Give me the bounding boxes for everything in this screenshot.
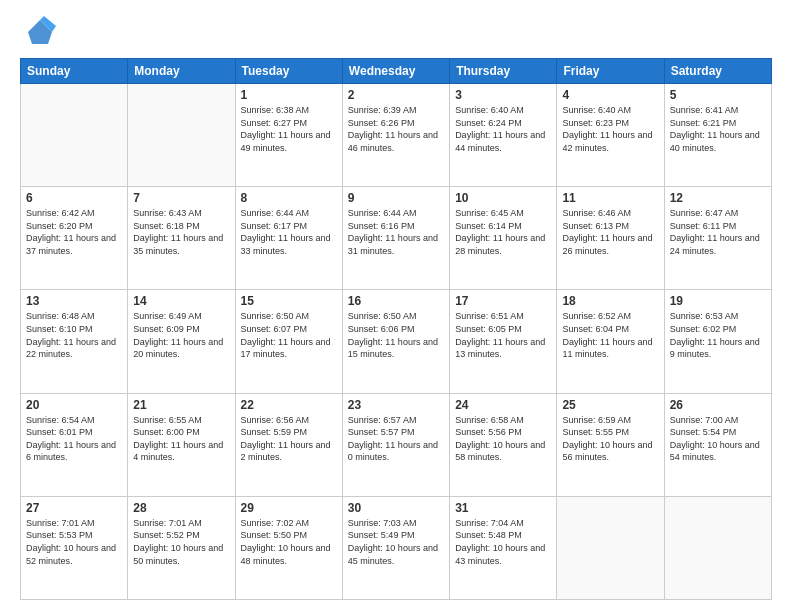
cell-details: Sunrise: 6:41 AM Sunset: 6:21 PM Dayligh… xyxy=(670,104,766,154)
day-number: 6 xyxy=(26,191,122,205)
calendar-cell: 12Sunrise: 6:47 AM Sunset: 6:11 PM Dayli… xyxy=(664,187,771,290)
cell-details: Sunrise: 6:38 AM Sunset: 6:27 PM Dayligh… xyxy=(241,104,337,154)
weekday-header-friday: Friday xyxy=(557,59,664,84)
cell-details: Sunrise: 6:43 AM Sunset: 6:18 PM Dayligh… xyxy=(133,207,229,257)
calendar-cell: 7Sunrise: 6:43 AM Sunset: 6:18 PM Daylig… xyxy=(128,187,235,290)
calendar-week-4: 20Sunrise: 6:54 AM Sunset: 6:01 PM Dayli… xyxy=(21,393,772,496)
calendar-cell: 19Sunrise: 6:53 AM Sunset: 6:02 PM Dayli… xyxy=(664,290,771,393)
cell-details: Sunrise: 6:42 AM Sunset: 6:20 PM Dayligh… xyxy=(26,207,122,257)
cell-details: Sunrise: 7:00 AM Sunset: 5:54 PM Dayligh… xyxy=(670,414,766,464)
day-number: 9 xyxy=(348,191,444,205)
calendar-cell: 2Sunrise: 6:39 AM Sunset: 6:26 PM Daylig… xyxy=(342,84,449,187)
day-number: 19 xyxy=(670,294,766,308)
cell-details: Sunrise: 6:57 AM Sunset: 5:57 PM Dayligh… xyxy=(348,414,444,464)
cell-details: Sunrise: 6:44 AM Sunset: 6:17 PM Dayligh… xyxy=(241,207,337,257)
cell-details: Sunrise: 6:53 AM Sunset: 6:02 PM Dayligh… xyxy=(670,310,766,360)
cell-details: Sunrise: 6:47 AM Sunset: 6:11 PM Dayligh… xyxy=(670,207,766,257)
cell-details: Sunrise: 7:03 AM Sunset: 5:49 PM Dayligh… xyxy=(348,517,444,567)
day-number: 4 xyxy=(562,88,658,102)
cell-details: Sunrise: 6:52 AM Sunset: 6:04 PM Dayligh… xyxy=(562,310,658,360)
calendar-cell: 14Sunrise: 6:49 AM Sunset: 6:09 PM Dayli… xyxy=(128,290,235,393)
calendar-cell: 1Sunrise: 6:38 AM Sunset: 6:27 PM Daylig… xyxy=(235,84,342,187)
calendar-week-1: 1Sunrise: 6:38 AM Sunset: 6:27 PM Daylig… xyxy=(21,84,772,187)
day-number: 17 xyxy=(455,294,551,308)
day-number: 14 xyxy=(133,294,229,308)
calendar-cell: 24Sunrise: 6:58 AM Sunset: 5:56 PM Dayli… xyxy=(450,393,557,496)
cell-details: Sunrise: 6:40 AM Sunset: 6:24 PM Dayligh… xyxy=(455,104,551,154)
calendar-cell: 10Sunrise: 6:45 AM Sunset: 6:14 PM Dayli… xyxy=(450,187,557,290)
day-number: 25 xyxy=(562,398,658,412)
calendar-cell: 21Sunrise: 6:55 AM Sunset: 6:00 PM Dayli… xyxy=(128,393,235,496)
weekday-header-monday: Monday xyxy=(128,59,235,84)
day-number: 22 xyxy=(241,398,337,412)
weekday-header-saturday: Saturday xyxy=(664,59,771,84)
calendar-cell xyxy=(128,84,235,187)
calendar-cell: 3Sunrise: 6:40 AM Sunset: 6:24 PM Daylig… xyxy=(450,84,557,187)
calendar-cell: 27Sunrise: 7:01 AM Sunset: 5:53 PM Dayli… xyxy=(21,496,128,599)
calendar-cell: 17Sunrise: 6:51 AM Sunset: 6:05 PM Dayli… xyxy=(450,290,557,393)
cell-details: Sunrise: 6:44 AM Sunset: 6:16 PM Dayligh… xyxy=(348,207,444,257)
header xyxy=(20,16,772,48)
calendar-cell xyxy=(21,84,128,187)
weekday-header-tuesday: Tuesday xyxy=(235,59,342,84)
calendar-cell: 5Sunrise: 6:41 AM Sunset: 6:21 PM Daylig… xyxy=(664,84,771,187)
cell-details: Sunrise: 6:40 AM Sunset: 6:23 PM Dayligh… xyxy=(562,104,658,154)
cell-details: Sunrise: 6:49 AM Sunset: 6:09 PM Dayligh… xyxy=(133,310,229,360)
day-number: 1 xyxy=(241,88,337,102)
cell-details: Sunrise: 6:50 AM Sunset: 6:06 PM Dayligh… xyxy=(348,310,444,360)
day-number: 3 xyxy=(455,88,551,102)
calendar-cell: 8Sunrise: 6:44 AM Sunset: 6:17 PM Daylig… xyxy=(235,187,342,290)
day-number: 11 xyxy=(562,191,658,205)
calendar-cell: 13Sunrise: 6:48 AM Sunset: 6:10 PM Dayli… xyxy=(21,290,128,393)
calendar-cell: 20Sunrise: 6:54 AM Sunset: 6:01 PM Dayli… xyxy=(21,393,128,496)
weekday-header-thursday: Thursday xyxy=(450,59,557,84)
cell-details: Sunrise: 6:45 AM Sunset: 6:14 PM Dayligh… xyxy=(455,207,551,257)
cell-details: Sunrise: 6:55 AM Sunset: 6:00 PM Dayligh… xyxy=(133,414,229,464)
day-number: 15 xyxy=(241,294,337,308)
day-number: 26 xyxy=(670,398,766,412)
calendar-week-3: 13Sunrise: 6:48 AM Sunset: 6:10 PM Dayli… xyxy=(21,290,772,393)
cell-details: Sunrise: 6:51 AM Sunset: 6:05 PM Dayligh… xyxy=(455,310,551,360)
calendar-week-5: 27Sunrise: 7:01 AM Sunset: 5:53 PM Dayli… xyxy=(21,496,772,599)
day-number: 18 xyxy=(562,294,658,308)
calendar-cell: 16Sunrise: 6:50 AM Sunset: 6:06 PM Dayli… xyxy=(342,290,449,393)
day-number: 13 xyxy=(26,294,122,308)
day-number: 24 xyxy=(455,398,551,412)
calendar-cell xyxy=(557,496,664,599)
calendar-week-2: 6Sunrise: 6:42 AM Sunset: 6:20 PM Daylig… xyxy=(21,187,772,290)
cell-details: Sunrise: 6:59 AM Sunset: 5:55 PM Dayligh… xyxy=(562,414,658,464)
cell-details: Sunrise: 7:04 AM Sunset: 5:48 PM Dayligh… xyxy=(455,517,551,567)
day-number: 21 xyxy=(133,398,229,412)
calendar-cell: 22Sunrise: 6:56 AM Sunset: 5:59 PM Dayli… xyxy=(235,393,342,496)
day-number: 27 xyxy=(26,501,122,515)
day-number: 28 xyxy=(133,501,229,515)
day-number: 29 xyxy=(241,501,337,515)
cell-details: Sunrise: 6:56 AM Sunset: 5:59 PM Dayligh… xyxy=(241,414,337,464)
calendar-cell: 4Sunrise: 6:40 AM Sunset: 6:23 PM Daylig… xyxy=(557,84,664,187)
cell-details: Sunrise: 6:39 AM Sunset: 6:26 PM Dayligh… xyxy=(348,104,444,154)
logo-icon xyxy=(24,16,56,48)
weekday-header-row: SundayMondayTuesdayWednesdayThursdayFrid… xyxy=(21,59,772,84)
calendar-cell: 28Sunrise: 7:01 AM Sunset: 5:52 PM Dayli… xyxy=(128,496,235,599)
day-number: 12 xyxy=(670,191,766,205)
day-number: 2 xyxy=(348,88,444,102)
calendar-cell xyxy=(664,496,771,599)
calendar-cell: 30Sunrise: 7:03 AM Sunset: 5:49 PM Dayli… xyxy=(342,496,449,599)
day-number: 30 xyxy=(348,501,444,515)
day-number: 16 xyxy=(348,294,444,308)
calendar-cell: 11Sunrise: 6:46 AM Sunset: 6:13 PM Dayli… xyxy=(557,187,664,290)
page: SundayMondayTuesdayWednesdayThursdayFrid… xyxy=(0,0,792,612)
day-number: 31 xyxy=(455,501,551,515)
cell-details: Sunrise: 6:58 AM Sunset: 5:56 PM Dayligh… xyxy=(455,414,551,464)
day-number: 8 xyxy=(241,191,337,205)
calendar-cell: 9Sunrise: 6:44 AM Sunset: 6:16 PM Daylig… xyxy=(342,187,449,290)
day-number: 20 xyxy=(26,398,122,412)
cell-details: Sunrise: 6:54 AM Sunset: 6:01 PM Dayligh… xyxy=(26,414,122,464)
calendar-cell: 29Sunrise: 7:02 AM Sunset: 5:50 PM Dayli… xyxy=(235,496,342,599)
weekday-header-wednesday: Wednesday xyxy=(342,59,449,84)
cell-details: Sunrise: 7:01 AM Sunset: 5:52 PM Dayligh… xyxy=(133,517,229,567)
cell-details: Sunrise: 6:50 AM Sunset: 6:07 PM Dayligh… xyxy=(241,310,337,360)
calendar-table: SundayMondayTuesdayWednesdayThursdayFrid… xyxy=(20,58,772,600)
cell-details: Sunrise: 6:46 AM Sunset: 6:13 PM Dayligh… xyxy=(562,207,658,257)
logo-area xyxy=(20,16,56,48)
